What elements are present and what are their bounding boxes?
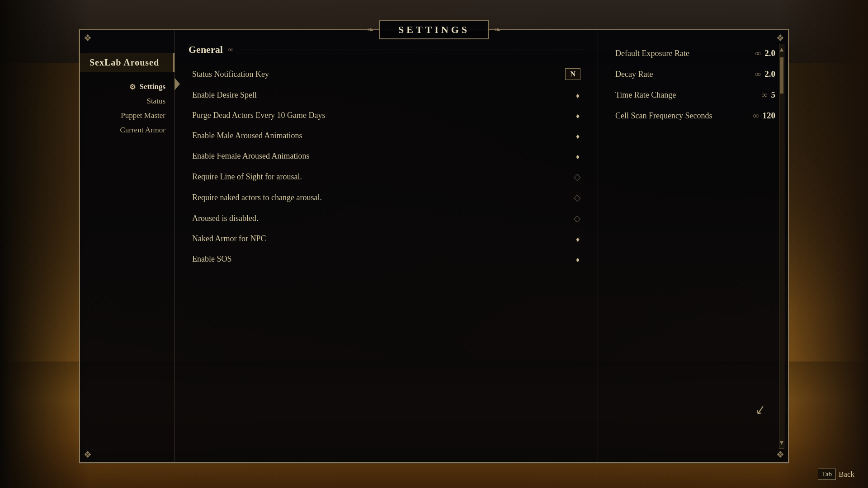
key-box-n: N [565,68,580,80]
setting-row-line-of-sight[interactable]: Require Line of Sight for arousal. ◇ [189,167,584,187]
nav-status-label: Status [146,97,165,105]
back-label: Back [839,470,854,479]
toggle-desire-spell: ⬧ [575,90,580,100]
setting-value-line-of-sight: ◇ [574,171,580,182]
setting-label-line-of-sight: Require Line of Sight for arousal. [192,172,302,182]
toggle-naked-actors: ◇ [574,192,580,203]
infinity-icon-0: ∞ [755,49,761,58]
title-bar: ❧ SETTINGS ❧ [367,20,501,39]
nav-item-settings[interactable]: ⚙ Settings [80,80,175,94]
tab-key-badge: Tab [818,469,836,480]
section-title-general: General ∞ [189,44,584,56]
content-panel: General ∞ Status Notification Key N Enab… [175,30,598,462]
toggle-naked-armor-npc: ⬧ [575,234,580,244]
value-time-rate-change: 5 [771,90,776,100]
section-title-icon: ∞ [228,46,233,54]
title-ornament-right: ❧ [494,25,501,35]
setting-value-naked-armor-npc: ⬧ [575,234,580,244]
bg-right [778,0,868,488]
dialog-inner: SexLab Aroused ⚙ Settings Status Puppet … [80,30,788,462]
setting-label-time-rate-change: Time Rate Change [615,90,676,100]
setting-row-status-notification-key[interactable]: Status Notification Key N [189,64,584,84]
setting-value-aroused-disabled: ◇ [574,213,580,224]
setting-row-naked-actors[interactable]: Require naked actors to change arousal. … [189,188,584,207]
setting-value-purge-dead: ⬧ [575,110,580,121]
setting-value-cell-scan-frequency: ∞ 120 [753,111,775,121]
setting-value-status-notification-key: N [565,68,580,80]
setting-value-enable-sos: ⬧ [575,254,580,264]
setting-value-naked-actors: ◇ [574,192,580,203]
setting-row-decay-rate[interactable]: Decay Rate ∞ 2.0 [612,65,779,84]
scrollbar[interactable]: ▲ ▼ [779,44,784,449]
setting-label-desire-spell: Enable Desire Spell [192,90,257,100]
setting-value-desire-spell: ⬧ [575,90,580,100]
infinity-icon-3: ∞ [753,111,759,121]
setting-row-default-exposure-rate[interactable]: Default Exposure Rate ∞ 2.0 [612,44,779,63]
infinity-icon-1: ∞ [755,70,761,79]
setting-value-time-rate-change: ∞ 5 [762,90,775,100]
nav-item-puppet-master[interactable]: Puppet Master [80,108,175,123]
setting-value-female-aroused: ⬧ [575,151,580,161]
setting-label-decay-rate: Decay Rate [615,70,653,79]
setting-label-default-exposure-rate: Default Exposure Rate [615,49,689,58]
setting-row-enable-female-aroused[interactable]: Enable Female Aroused Animations ⬧ [189,146,584,166]
gear-icon: ⚙ [129,83,136,91]
bottom-bar: Tab Back [818,469,854,480]
setting-row-purge-dead-actors[interactable]: Purge Dead Actors Every 10 Game Days ⬧ [189,106,584,125]
toggle-female-aroused: ⬧ [575,151,580,161]
setting-label-male-aroused: Enable Male Aroused Animations [192,131,302,141]
setting-label-aroused-disabled: Aroused is disabled. [192,214,258,223]
settings-list: Status Notification Key N Enable Desire … [189,64,584,269]
toggle-male-aroused: ⬧ [575,131,580,141]
title-ornament-left: ❧ [367,25,374,35]
section-title-line [239,50,584,50]
setting-label-cell-scan-frequency: Cell Scan Frequency Seconds [615,111,712,121]
toggle-purge-dead: ⬧ [575,110,580,121]
cursor-indicator: ↙ [754,401,766,418]
infinity-icon-2: ∞ [762,90,768,100]
toggle-aroused-disabled: ◇ [574,213,580,224]
nav-settings-label: Settings [139,82,165,91]
setting-row-cell-scan-frequency[interactable]: Cell Scan Frequency Seconds ∞ 120 [612,106,779,125]
settings-dialog: ❖ ❖ ❖ ❖ ❧ SETTINGS ❧ SexLab Aroused ⚙ Se… [79,29,789,463]
setting-label-status-notification-key: Status Notification Key [192,70,269,79]
scroll-down-arrow[interactable]: ▼ [778,437,785,448]
toggle-line-of-sight: ◇ [574,171,580,182]
mod-title: SexLab Aroused [80,53,175,72]
scrollbar-track [779,55,784,437]
setting-row-enable-male-aroused[interactable]: Enable Male Aroused Animations ⬧ [189,126,584,145]
nav-panel: SexLab Aroused ⚙ Settings Status Puppet … [80,30,175,462]
setting-label-enable-sos: Enable SOS [192,254,232,264]
value-default-exposure-rate: 2.0 [764,48,775,58]
nav-puppet-label: Puppet Master [121,111,165,120]
setting-label-female-aroused: Enable Female Aroused Animations [192,151,309,161]
toggle-enable-sos: ⬧ [575,254,580,264]
nav-armor-label: Current Armor [120,126,165,134]
value-cell-scan-frequency: 120 [763,111,776,121]
right-panel: Default Exposure Rate ∞ 2.0 Decay Rate ∞… [598,30,788,462]
value-decay-rate: 2.0 [764,69,775,79]
setting-row-time-rate-change[interactable]: Time Rate Change ∞ 5 [612,85,779,104]
setting-row-aroused-disabled[interactable]: Aroused is disabled. ◇ [189,208,584,228]
section-general-label: General [189,44,223,56]
mod-title-arrow [175,78,180,90]
scroll-up-arrow[interactable]: ▲ [778,44,785,55]
bg-left [0,0,90,488]
setting-value-male-aroused: ⬧ [575,131,580,141]
nav-item-current-armor[interactable]: Current Armor [80,123,175,137]
setting-label-purge-dead: Purge Dead Actors Every 10 Game Days [192,111,326,120]
setting-row-enable-sos[interactable]: Enable SOS ⬧ [189,249,584,269]
setting-row-enable-desire-spell[interactable]: Enable Desire Spell ⬧ [189,85,584,105]
dialog-title: SETTINGS [379,20,489,39]
setting-value-decay-rate: ∞ 2.0 [755,69,775,79]
nav-item-status[interactable]: Status [80,94,175,108]
scrollbar-thumb [780,57,783,94]
setting-label-naked-actors: Require naked actors to change arousal. [192,193,322,202]
setting-value-default-exposure-rate: ∞ 2.0 [755,48,775,58]
setting-row-naked-armor-npc[interactable]: Naked Armor for NPC ⬧ [189,229,584,249]
setting-label-naked-armor-npc: Naked Armor for NPC [192,234,266,244]
